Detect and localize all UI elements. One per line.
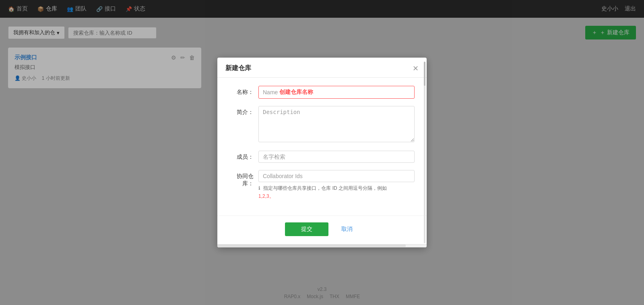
collab-input[interactable] — [258, 170, 415, 182]
member-label: 成员： — [229, 151, 254, 161]
modal-close-button[interactable]: ✕ — [413, 65, 419, 72]
collab-label: 协同仓库： — [229, 170, 254, 187]
name-placeholder-text: Name — [259, 87, 278, 98]
modal-header: 新建仓库 ✕ — [217, 58, 427, 78]
name-hint-value: 创建仓库名称 — [278, 86, 317, 98]
modal-title: 新建仓库 — [225, 64, 251, 73]
cancel-button[interactable]: 取消 — [335, 222, 359, 236]
modal-overlay: 新建仓库 ✕ 名称： Name 创建仓库名称 简介： — [0, 0, 644, 305]
desc-textarea[interactable] — [258, 106, 415, 142]
modal-body: 名称： Name 创建仓库名称 简介： 成员： — [217, 78, 427, 215]
name-label: 名称： — [229, 86, 254, 96]
collab-input-wrap: ℹ 指定与哪些仓库共享接口，仓库 ID 之间用逗号分隔，例如 1,2,3。 — [258, 170, 415, 200]
desc-form-row: 简介： — [229, 106, 415, 143]
desc-input-wrap — [258, 106, 415, 143]
submit-button[interactable]: 提交 — [285, 222, 328, 236]
modal-hscroll-thumb — [217, 245, 406, 247]
collab-hint: ℹ 指定与哪些仓库共享接口，仓库 ID 之间用逗号分隔，例如 1,2,3。 — [258, 185, 415, 200]
name-input-container: Name 创建仓库名称 — [258, 86, 415, 99]
desc-label: 简介： — [229, 106, 254, 116]
modal-hscroll — [217, 244, 427, 247]
info-icon: ℹ — [258, 185, 260, 191]
collab-form-row: 协同仓库： ℹ 指定与哪些仓库共享接口，仓库 ID 之间用逗号分隔，例如 1,2… — [229, 170, 415, 200]
name-form-row: 名称： Name 创建仓库名称 — [229, 86, 415, 99]
new-repo-modal: 新建仓库 ✕ 名称： Name 创建仓库名称 简介： — [217, 58, 427, 247]
member-form-row: 成员： — [229, 151, 415, 163]
modal-footer: 提交 取消 — [217, 216, 427, 244]
modal-scrollbar-thumb — [424, 62, 425, 86]
name-input-wrap: Name 创建仓库名称 — [258, 86, 415, 99]
modal-scrollbar-track — [424, 62, 425, 243]
member-input-wrap — [258, 151, 415, 163]
member-input[interactable] — [258, 151, 415, 163]
hint-example: 1,2,3。 — [258, 193, 274, 199]
hint-text: 指定与哪些仓库共享接口，仓库 ID 之间用逗号分隔，例如 — [263, 185, 387, 191]
